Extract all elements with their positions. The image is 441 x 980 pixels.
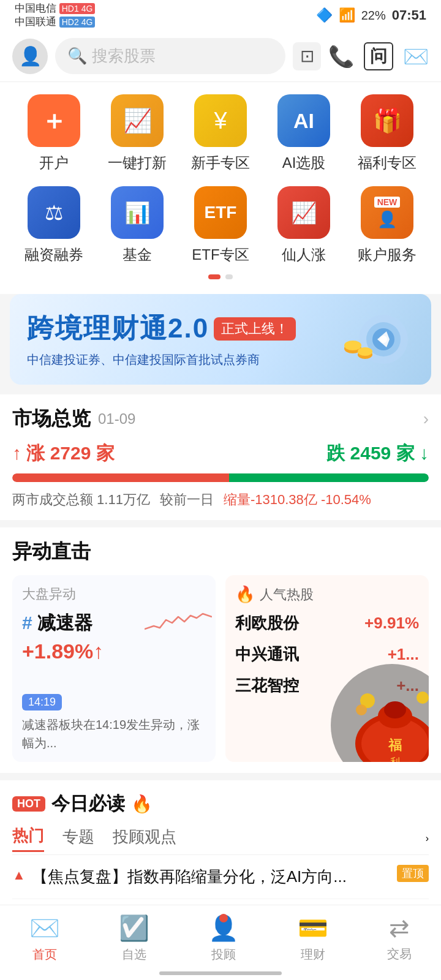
header: 👤 🔍 搜索股票 ⊡ 📞 问 ✉️ xyxy=(0,31,441,82)
hot-stocks-card[interactable]: 🔥 人气热股 利欧股份 +9.91% 中兴通讯 +1... 三花智控 +... xyxy=(225,575,429,762)
tab-topic[interactable]: 专题 xyxy=(62,826,94,851)
hot-badge: HOT xyxy=(12,796,45,812)
hot-stocks-header: 🔥 人气热股 xyxy=(235,585,419,604)
svg-point-3 xyxy=(380,336,387,343)
yidong-grid: 大盘异动 # 减速器 +1.89%↑ 14:19 减速器板块在14:19发生异动… xyxy=(12,575,429,762)
rongzi-label: 融资融券 xyxy=(24,245,83,265)
ai-icon: AI xyxy=(277,94,330,147)
stock-change: +1.89%↑ xyxy=(22,639,206,663)
ai-label: AI选股 xyxy=(282,153,326,173)
grid-item-jijin[interactable]: 📊 基金 xyxy=(104,186,171,265)
nav-item-home[interactable]: ✉️ 首页 xyxy=(29,914,60,963)
news-item-1[interactable]: ▲ 【焦点复盘】指数再陷缩量分化，泛AI方向... 置顶 xyxy=(12,854,429,899)
market-chevron-icon[interactable]: › xyxy=(423,409,429,429)
yidong-title: 异动直击 xyxy=(12,540,91,562)
grid-item-打新[interactable]: 📈 一键打新 xyxy=(104,94,171,173)
search-icon: 🔍 xyxy=(67,47,87,66)
svg-point-11 xyxy=(384,701,406,718)
hot-stock-change-1: +9.91% xyxy=(364,614,419,633)
today-title: 今日必读 xyxy=(51,791,125,816)
jijin-icon: 📊 xyxy=(111,186,164,239)
status-right: 🔷 📶 22% 07:51 xyxy=(316,7,426,23)
banner[interactable]: 跨境理财通2.0 正式上线！ 中信建投证券、中信建投国际首批试点券商 xyxy=(10,294,431,385)
mini-chart xyxy=(145,605,212,638)
advisor-nav-label: 投顾 xyxy=(211,946,236,963)
hot-stock-row-2[interactable]: 中兴通讯 +1... xyxy=(235,644,419,665)
hot-stock-row-1[interactable]: 利欧股份 +9.91% xyxy=(235,612,419,634)
svg-text:利: 利 xyxy=(390,756,400,762)
mail-icon[interactable]: ✉️ xyxy=(403,44,429,69)
nav-item-advisor[interactable]: 👤 投顾 xyxy=(208,914,239,963)
movement-desc: 减速器板块在14:19发生异动，涨幅为... xyxy=(22,715,206,752)
tab-hot[interactable]: 热门 xyxy=(12,825,44,852)
lucky-bag: 福 利 xyxy=(349,676,429,762)
jijin-label: 基金 xyxy=(123,245,152,265)
hot-stock-name-2: 中兴通讯 xyxy=(235,644,299,665)
svg-point-15 xyxy=(356,704,367,715)
question-button[interactable]: 问 xyxy=(364,42,393,70)
banner-subtitle: 中信建投证券、中信建投国际首批试点券商 xyxy=(27,352,296,368)
rongzi-icon: ⚖ xyxy=(28,186,80,239)
kaiku-label: 开户 xyxy=(39,153,69,173)
account-label: 账户服务 xyxy=(358,245,417,265)
nav-item-trade[interactable]: ⇄ 交易 xyxy=(387,914,412,963)
home-indicator xyxy=(159,971,282,975)
time-badge: 14:19 xyxy=(22,694,62,710)
grid-item-kaiku[interactable]: ＋ 开户 xyxy=(20,94,88,173)
yidong-section: 异动直击 大盘异动 # 减速器 +1.89%↑ 14:19 减速器板块在14:1… xyxy=(0,527,441,773)
grid-item-ai[interactable]: AI AI选股 xyxy=(270,94,337,173)
hot-stock-name-3: 三花智控 xyxy=(235,675,299,696)
market-overview-section: 市场总览 01-09 › ↑ 涨 2729 家 跌 2459 家 ↓ 两市成交总… xyxy=(0,394,441,520)
account-icon: NEW 👤 xyxy=(361,186,413,239)
xianren-label: 仙人涨 xyxy=(282,245,326,265)
today-chevron-icon[interactable]: › xyxy=(426,833,429,844)
banner-badge: 正式上线！ xyxy=(214,317,296,341)
phone-icon[interactable]: 📞 xyxy=(328,44,354,69)
avatar[interactable]: 👤 xyxy=(12,39,48,74)
banner-illustration xyxy=(328,309,414,370)
advisor-badge xyxy=(219,914,228,922)
today-tabs: 热门 专题 投顾观点 › xyxy=(12,825,429,852)
pin-badge: 置顶 xyxy=(397,865,429,882)
banner-text: 跨境理财通2.0 正式上线！ 中信建投证券、中信建投国际首批试点券商 xyxy=(27,311,296,368)
page-dots xyxy=(12,271,429,288)
news-text-1: 【焦点复盘】指数再陷缩量分化，泛AI方向... xyxy=(32,865,391,889)
grid-item-xianren[interactable]: 📈 仙人涨 xyxy=(270,186,337,265)
svg-point-16 xyxy=(417,692,429,704)
trade-nav-icon: ⇄ xyxy=(389,914,410,942)
svg-text:福: 福 xyxy=(388,737,402,753)
market-title: 市场总览 xyxy=(12,405,91,432)
fuli-label: 福利专区 xyxy=(358,153,417,173)
fire-icon-today: 🔥 xyxy=(131,794,153,814)
kaiku-icon: ＋ xyxy=(28,94,80,147)
home-nav-icon: ✉️ xyxy=(29,914,60,943)
market-volume-info: 两市成交总额 1.11万亿 较前一日 缩量-1310.38亿 -10.54% xyxy=(12,491,429,509)
carrier-info: 中国电信 HD1 4G 中国联通 HD2 4G xyxy=(15,2,95,29)
status-bar: 中国电信 HD1 4G 中国联通 HD2 4G 🔷 📶 22% 07:51 xyxy=(0,0,441,31)
bluetooth-icon: 🔷 xyxy=(316,7,333,23)
hot-stock-change-2: +1... xyxy=(388,645,419,664)
tab-advisor[interactable]: 投顾观点 xyxy=(113,826,176,851)
grid-item-rongzi[interactable]: ⚖ 融资融券 xyxy=(20,186,88,265)
grid-item-fuli[interactable]: 🎁 福利专区 xyxy=(353,94,421,173)
grid-item-xinshouzhuanqu[interactable]: ¥ 新手专区 xyxy=(187,94,254,173)
grid-item-etf[interactable]: ETF ETF专区 xyxy=(187,186,254,265)
xianren-icon: 📈 xyxy=(277,186,330,239)
banner-section: 跨境理财通2.0 正式上线！ 中信建投证券、中信建投国际首批试点券商 xyxy=(0,294,441,394)
wealth-nav-label: 理财 xyxy=(301,946,325,963)
scan-button[interactable]: ⊡ xyxy=(293,42,321,70)
xinshouzhuanqu-label: 新手专区 xyxy=(191,153,250,173)
etf-icon: ETF xyxy=(194,186,247,239)
market-movement-card[interactable]: 大盘异动 # 减速器 +1.89%↑ 14:19 减速器板块在14:19发生异动… xyxy=(12,575,216,762)
svg-point-5 xyxy=(344,341,361,350)
market-stats-row: ↑ 涨 2729 家 跌 2459 家 ↓ xyxy=(12,441,429,466)
fire-icon: 🔥 xyxy=(235,585,255,604)
grid-item-account[interactable]: NEW 👤 账户服务 xyxy=(353,186,421,265)
daxin-label: 一键打新 xyxy=(108,153,167,173)
fall-bar xyxy=(229,473,429,482)
nav-item-wealth[interactable]: 💳 理财 xyxy=(298,914,328,963)
banner-title: 跨境理财通2.0 正式上线！ xyxy=(27,311,296,347)
svg-point-7 xyxy=(358,347,372,356)
search-bar[interactable]: 🔍 搜索股票 xyxy=(55,38,285,74)
nav-item-watchlist[interactable]: ☑️ 自选 xyxy=(119,914,149,963)
